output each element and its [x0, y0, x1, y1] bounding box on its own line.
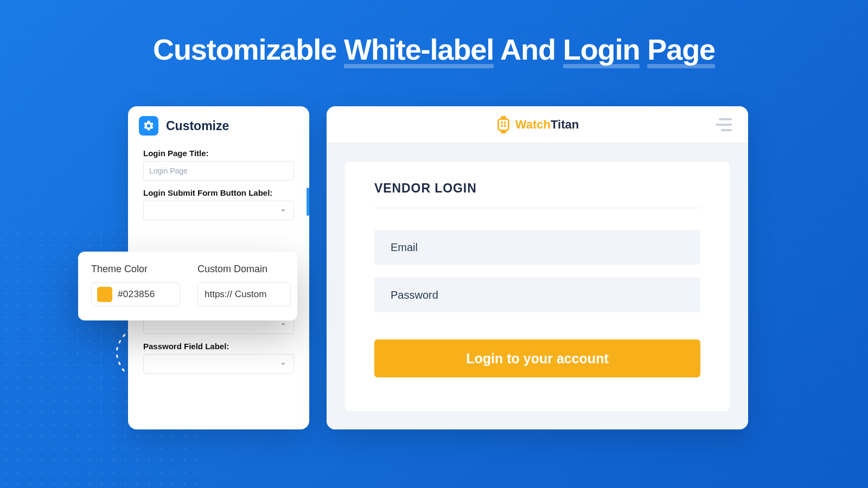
password-field[interactable]: Password: [374, 278, 700, 312]
chevron-down-icon: [278, 206, 288, 215]
headline-word-underlined: White-label: [344, 33, 494, 66]
login-page-title-label: Login Page Title:: [143, 149, 294, 158]
password-field-label-label: Password Field Label:: [143, 342, 294, 351]
scrollbar-thumb[interactable]: [307, 188, 309, 216]
customize-title: Customize: [166, 119, 229, 133]
svg-rect-2: [498, 119, 508, 130]
login-title: VENDOR LOGIN: [374, 181, 700, 208]
headline-word: Customizable: [153, 33, 336, 66]
theme-overlay: Theme Color #023856 Custom Domain https:…: [78, 252, 297, 320]
gear-icon: [139, 116, 158, 136]
svg-rect-0: [501, 116, 506, 119]
login-page-title-input[interactable]: Login Page: [143, 161, 294, 181]
headline-word-underlined: Page: [647, 33, 715, 66]
email-field[interactable]: Email: [374, 230, 700, 265]
login-button-label: Login to your account: [466, 351, 609, 367]
headline-word-underlined: Login: [563, 33, 640, 66]
svg-rect-3: [501, 121, 503, 124]
login-card: VENDOR LOGIN Email Password Login to you…: [345, 162, 730, 411]
theme-color-label: Theme Color: [91, 264, 180, 275]
submit-button-label-select[interactable]: [143, 201, 294, 220]
input-value: Login Page: [149, 166, 188, 175]
password-field-label-select[interactable]: [143, 354, 294, 374]
brand-logo: WatchTitan: [496, 116, 579, 133]
password-field-label: Password: [391, 289, 438, 301]
chevron-down-icon: [278, 359, 288, 369]
page-headline: Customizable White-label And Login Page: [0, 33, 868, 66]
svg-rect-1: [501, 131, 506, 133]
theme-color-input[interactable]: #023856: [91, 282, 180, 306]
hamburger-icon[interactable]: [716, 118, 732, 131]
preview-topbar: WatchTitan: [327, 106, 748, 143]
custom-domain-input[interactable]: https:// Custom: [197, 282, 291, 306]
custom-domain-value: https:// Custom: [205, 289, 266, 300]
email-field-label: Email: [391, 241, 418, 254]
login-preview-card: WatchTitan VENDOR LOGIN Email Password L…: [327, 106, 748, 429]
svg-rect-4: [504, 121, 506, 124]
svg-rect-5: [501, 125, 503, 127]
theme-color-value: #023856: [118, 289, 155, 300]
custom-domain-label: Custom Domain: [197, 264, 291, 275]
submit-button-label-label: Login Submit Form Button Label:: [143, 188, 294, 197]
color-swatch-icon: [97, 287, 112, 302]
login-button[interactable]: Login to your account: [374, 339, 700, 377]
brand-name-part2: Titan: [551, 118, 579, 132]
chevron-down-icon: [278, 319, 288, 329]
headline-word: And: [500, 33, 556, 66]
watch-icon: [496, 116, 511, 133]
brand-name-part1: Watch: [515, 118, 551, 132]
svg-rect-6: [504, 125, 506, 127]
